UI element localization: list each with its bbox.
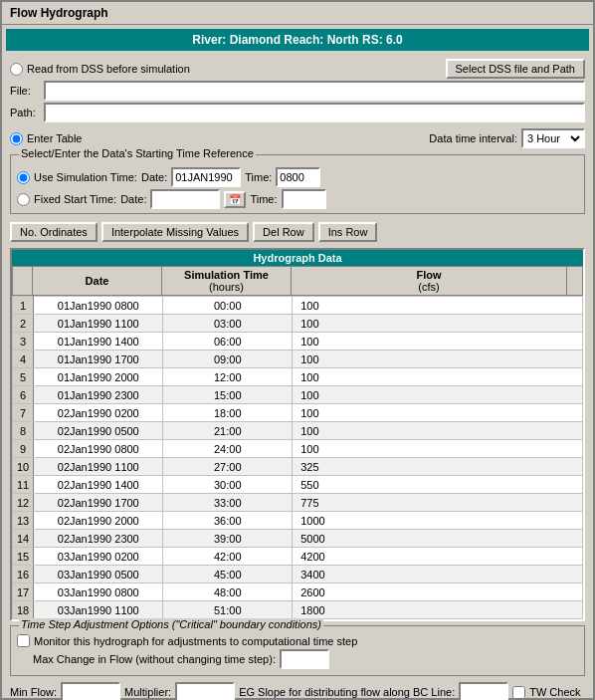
table-row[interactable]: 14 02Jan1990 2300 39:00 5000 [13, 530, 583, 548]
main-window: Flow Hydrograph River: Diamond Reach: No… [0, 0, 595, 700]
row-flow: 2600 [293, 583, 583, 601]
row-date: 03Jan1990 0500 [34, 566, 163, 583]
interpolate-button[interactable]: Interpolate Missing Values [101, 222, 249, 242]
path-input[interactable] [44, 103, 585, 122]
table-row[interactable]: 5 01Jan1990 2000 12:00 100 [13, 368, 583, 386]
enter-table-radio[interactable] [10, 132, 23, 145]
fixed-start-radio-label[interactable]: Fixed Start Time: [17, 193, 116, 206]
row-date: 03Jan1990 1100 [34, 601, 163, 619]
table-row[interactable]: 4 01Jan1990 1700 09:00 100 [13, 350, 583, 368]
ins-row-button[interactable]: Ins Row [318, 222, 378, 242]
table-row[interactable]: 2 01Jan1990 1100 03:00 100 [13, 315, 583, 333]
row-sim: 00:00 [163, 297, 293, 315]
row-sim: 36:00 [163, 512, 293, 530]
use-sim-radio-label[interactable]: Use Simulation Time: [17, 171, 137, 184]
row-num: 6 [13, 386, 34, 404]
time-step-title: Time Step Adjustment Options ("Critical"… [19, 618, 323, 630]
bottom-fields: Min Flow: Multiplier: EG Slope for distr… [10, 682, 585, 700]
file-input[interactable] [44, 81, 585, 101]
use-sim-radio[interactable] [17, 171, 30, 184]
table-title: Hydrograph Data [12, 250, 583, 266]
row-num: 16 [13, 566, 34, 583]
sim-time-input[interactable] [276, 167, 320, 187]
table-row[interactable]: 3 01Jan1990 1400 06:00 100 [13, 333, 583, 350]
row-sim: 48:00 [163, 583, 293, 601]
row-flow: 3400 [293, 566, 583, 583]
no-ordinates-button[interactable]: No. Ordinates [10, 222, 98, 242]
tw-check-label[interactable]: TW Check [512, 686, 580, 699]
row-flow: 325 [293, 458, 583, 476]
row-num: 9 [13, 440, 34, 458]
tw-check-checkbox[interactable] [512, 686, 525, 699]
row-flow: 775 [293, 494, 583, 512]
table-row[interactable]: 1 01Jan1990 0800 00:00 100 [13, 297, 583, 315]
del-row-button[interactable]: Del Row [253, 222, 314, 242]
table-row[interactable]: 10 02Jan1990 1100 27:00 325 [13, 458, 583, 476]
table-row[interactable]: 8 02Jan1990 0500 21:00 100 [13, 422, 583, 440]
scrollbar-header [567, 267, 583, 296]
table-row[interactable]: 17 03Jan1990 0800 48:00 2600 [13, 583, 583, 601]
dss-radio-label[interactable]: Read from DSS before simulation [10, 63, 190, 76]
select-dss-button[interactable]: Select DSS file and Path [446, 59, 585, 79]
sim-date-input[interactable] [171, 167, 241, 187]
table-row[interactable]: 15 03Jan1990 0200 42:00 4200 [13, 548, 583, 566]
row-date: 01Jan1990 1100 [34, 315, 163, 333]
table-row[interactable]: 12 02Jan1990 1700 33:00 775 [13, 494, 583, 512]
multiplier-input[interactable] [175, 682, 235, 700]
path-label: Path: [10, 107, 40, 118]
row-num: 4 [13, 350, 34, 368]
row-flow: 100 [293, 333, 583, 350]
row-flow: 4200 [293, 548, 583, 566]
max-change-input[interactable] [280, 649, 329, 669]
table-row[interactable]: 11 02Jan1990 1400 30:00 550 [13, 476, 583, 494]
title-bar: Flow Hydrograph [2, 2, 593, 25]
row-flow: 100 [293, 422, 583, 440]
col-flow-header: Flow (cfs) [292, 267, 567, 296]
row-date: 02Jan1990 1400 [34, 476, 163, 494]
min-flow-input[interactable] [61, 682, 120, 700]
enter-table-radio-label[interactable]: Enter Table [10, 132, 82, 145]
table-row[interactable]: 6 01Jan1990 2300 15:00 100 [13, 386, 583, 404]
row-sim: 27:00 [163, 458, 293, 476]
fixed-start-radio[interactable] [17, 193, 30, 206]
file-label: File: [10, 85, 40, 97]
sim-time-label: Time: [245, 171, 272, 183]
toolbar-buttons: No. Ordinates Interpolate Missing Values… [10, 222, 585, 242]
monitor-checkbox[interactable] [17, 634, 30, 647]
col-date-header: Date [33, 267, 162, 296]
monitor-checkbox-label[interactable]: Monitor this hydrograph for adjustments … [17, 634, 357, 647]
fixed-time-input[interactable] [282, 189, 326, 209]
row-flow: 100 [293, 386, 583, 404]
eg-slope-label: EG Slope for distributing flow along BC … [239, 686, 455, 698]
time-reference-title: Select/Enter the Data's Starting Time Re… [19, 147, 256, 159]
row-num: 17 [13, 583, 34, 601]
row-flow: 550 [293, 476, 583, 494]
table-row[interactable]: 7 02Jan1990 0200 18:00 100 [13, 404, 583, 422]
time-reference-group: Select/Enter the Data's Starting Time Re… [10, 154, 585, 214]
col-sim-header: Simulation Time (hours) [162, 267, 292, 296]
table-row[interactable]: 9 02Jan1990 0800 24:00 100 [13, 440, 583, 458]
calendar-button[interactable]: 📅 [224, 191, 246, 208]
row-date: 02Jan1990 1700 [34, 494, 163, 512]
table-row[interactable]: 13 02Jan1990 2000 36:00 1000 [13, 512, 583, 530]
row-date: 01Jan1990 2000 [34, 368, 163, 386]
row-num: 10 [13, 458, 34, 476]
row-num: 18 [13, 601, 34, 619]
row-num: 3 [13, 333, 34, 350]
table-scroll[interactable]: 1 01Jan1990 0800 00:00 100 2 01Jan1990 1… [12, 296, 583, 619]
hydrograph-table-container: Hydrograph Data Date Simulation Time [10, 248, 585, 621]
row-sim: 03:00 [163, 315, 293, 333]
interval-select[interactable]: 3 Hour 1 Hour 2 Hour 6 Hour 12 Hour 1 Da… [521, 128, 585, 148]
sim-date-label: Date: [141, 171, 167, 183]
min-flow-label: Min Flow: [10, 686, 57, 698]
eg-slope-input[interactable] [459, 682, 508, 700]
row-num: 5 [13, 368, 34, 386]
row-num: 8 [13, 422, 34, 440]
row-num: 1 [13, 297, 34, 315]
row-sim: 45:00 [163, 566, 293, 583]
table-row[interactable]: 16 03Jan1990 0500 45:00 3400 [13, 566, 583, 583]
table-row[interactable]: 18 03Jan1990 1100 51:00 1800 [13, 601, 583, 619]
row-flow: 100 [293, 297, 583, 315]
fixed-date-input[interactable] [150, 189, 220, 209]
dss-radio[interactable] [10, 63, 23, 76]
